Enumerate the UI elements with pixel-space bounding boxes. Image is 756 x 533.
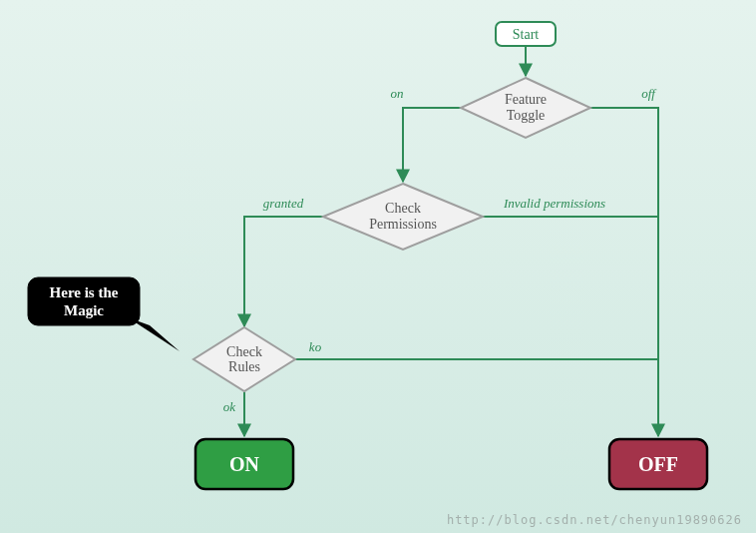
flowchart-canvas: on off granted Invalid permissions ok ko… [0,0,756,533]
edge-label-granted: granted [263,196,304,211]
edge-label-ko: ko [309,339,322,354]
edge-toggle-on [403,108,461,182]
node-check-permissions-label-2: Permissions [369,217,437,232]
node-check-rules-label-2: Rules [228,359,260,374]
edge-label-off: off [641,86,657,101]
edge-perm-granted [244,217,323,326]
callout-text-2: Magic [64,302,104,318]
node-feature-toggle-label-1: Feature [505,92,547,107]
node-start-label: Start [513,27,540,42]
node-check-permissions-label-1: Check [385,201,421,216]
node-off-label: OFF [638,453,678,475]
edge-label-on: on [391,86,404,101]
edge-label-ok: ok [223,399,236,414]
edge-label-invalid: Invalid permissions [503,196,605,211]
node-on-label: ON [229,453,260,475]
edge-toggle-off [590,108,658,436]
node-feature-toggle-label-2: Toggle [507,108,546,123]
node-check-rules-label-1: Check [226,344,262,359]
callout-text-1: Here is the [50,284,119,300]
watermark-text: http://blog.csdn.net/chenyun19890626 [447,513,742,527]
